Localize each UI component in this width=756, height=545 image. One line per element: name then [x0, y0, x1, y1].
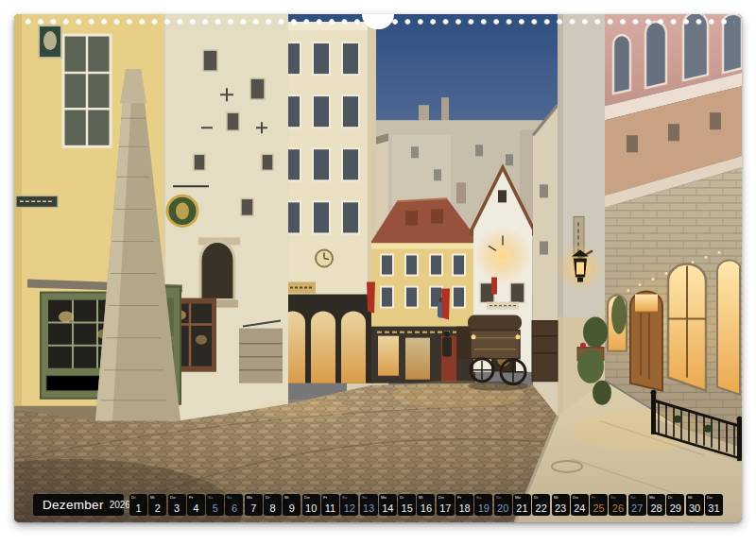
stairs: [239, 321, 283, 383]
day-number: 11: [321, 503, 339, 514]
day-weekday-label: Sa: [208, 495, 213, 499]
day-weekday-label: Di: [131, 495, 135, 499]
day-number: 6: [225, 503, 243, 514]
day-cell: Di 8: [264, 494, 282, 516]
day-number: 8: [264, 503, 282, 514]
day-number: 19: [474, 503, 492, 514]
day-weekday-label: Mo: [649, 495, 655, 499]
day-number: 12: [340, 503, 358, 514]
day-cell: Mi 2: [148, 494, 166, 516]
round-hanging-sign: [167, 196, 198, 226]
day-weekday-label: Mo: [381, 495, 387, 499]
day-weekday-label: Mi: [150, 495, 155, 499]
day-cell: Di 29: [666, 494, 684, 516]
day-number: 5: [206, 503, 224, 514]
day-cell: Di 22: [532, 494, 550, 516]
day-number: 31: [705, 503, 723, 514]
day-number: 15: [398, 503, 416, 514]
day-number: 18: [455, 503, 473, 514]
street-lantern: [556, 243, 605, 292]
day-weekday-label: Sa: [476, 495, 481, 499]
day-cell: So 27: [628, 494, 646, 516]
day-number: 24: [571, 503, 589, 514]
day-cell: Fr 18: [455, 494, 473, 516]
day-cells: Di 1 Mi 2 Do 3 Fr 4 Sa 5 So 6 Mo 7 Di 8 …: [129, 494, 723, 516]
calendar-strip: Dezember 2026 Di 1 Mi 2 Do 3 Fr 4 Sa 5 S…: [33, 494, 723, 516]
month-label-box: Dezember 2026: [33, 494, 124, 516]
day-number: 23: [552, 503, 570, 514]
day-number: 26: [609, 503, 627, 514]
day-cell: Sa 5: [206, 494, 224, 516]
day-cell: Do 31: [705, 494, 723, 516]
day-number: 7: [245, 503, 263, 514]
day-number: 27: [628, 503, 646, 514]
day-cell: Mo 21: [513, 494, 531, 516]
day-weekday-label: Sa: [610, 495, 615, 499]
day-weekday-label: Fr: [457, 495, 461, 499]
day-weekday-label: Mi: [419, 495, 423, 499]
day-number: 22: [532, 503, 550, 514]
day-weekday-label: Fr: [592, 495, 595, 499]
day-cell: Mi 23: [552, 494, 570, 516]
month-label: Dezember: [43, 498, 104, 512]
year-label: 2026: [110, 500, 130, 510]
day-cell: Fr 4: [187, 494, 205, 516]
day-cell: Fr 11: [321, 494, 339, 516]
day-number: 3: [168, 503, 186, 514]
pennant: [491, 278, 497, 295]
day-cell: Mi 9: [283, 494, 301, 516]
day-weekday-label: Do: [170, 495, 176, 499]
day-weekday-label: Di: [400, 495, 404, 499]
day-number: 29: [666, 503, 684, 514]
wood-kiosk: [532, 321, 558, 382]
day-weekday-label: Mi: [284, 495, 289, 499]
day-cell: Do 24: [571, 494, 589, 516]
day-number: 10: [302, 503, 320, 514]
icon-frame: [39, 26, 61, 58]
day-number: 14: [379, 503, 397, 514]
day-number: 28: [647, 503, 665, 514]
day-number: 30: [686, 503, 704, 514]
day-weekday-label: Mi: [554, 495, 558, 499]
day-cell: Di 15: [398, 494, 416, 516]
day-weekday-label: Do: [304, 495, 310, 499]
day-weekday-label: Mi: [688, 495, 693, 499]
day-number: 4: [187, 503, 205, 514]
day-cell: Do 17: [437, 494, 455, 516]
day-weekday-label: Do: [707, 495, 713, 499]
day-weekday-label: Di: [668, 495, 672, 499]
day-cell: Mi 30: [686, 494, 704, 516]
calendar-page: Dezember 2026 Di 1 Mi 2 Do 3 Fr 4 Sa 5 S…: [14, 14, 742, 522]
day-cell: So 6: [225, 494, 243, 516]
day-cell: Do 3: [168, 494, 186, 516]
day-number: 20: [494, 503, 512, 514]
day-cell: Do 10: [302, 494, 320, 516]
day-weekday-label: So: [362, 495, 367, 499]
day-cell: Sa 12: [340, 494, 358, 516]
arched-portal: [200, 241, 234, 299]
day-number: 17: [437, 503, 455, 514]
day-cell: Sa 26: [609, 494, 627, 516]
street-sign: [16, 196, 58, 207]
day-number: 21: [513, 503, 531, 514]
day-cell: So 20: [494, 494, 512, 516]
day-cell: So 13: [360, 494, 378, 516]
day-cell: Mi 16: [417, 494, 435, 516]
day-number: 9: [283, 503, 301, 514]
day-weekday-label: Mo: [515, 495, 521, 499]
day-number: 25: [590, 503, 608, 514]
day-weekday-label: Di: [266, 495, 269, 499]
day-weekday-label: Fr: [323, 495, 327, 499]
day-cell: Fr 25: [590, 494, 608, 516]
day-cell: Mo 28: [647, 494, 665, 516]
day-number: 13: [360, 503, 378, 514]
day-cell: Mo 14: [379, 494, 397, 516]
day-weekday-label: So: [496, 495, 501, 499]
day-number: 1: [129, 503, 147, 514]
day-weekday-label: Mo: [247, 495, 252, 499]
day-weekday-label: Di: [534, 495, 538, 499]
day-weekday-label: So: [227, 495, 232, 499]
day-cell: Sa 19: [474, 494, 492, 516]
day-cell: Di 1: [129, 494, 147, 516]
day-weekday-label: Do: [573, 495, 578, 499]
